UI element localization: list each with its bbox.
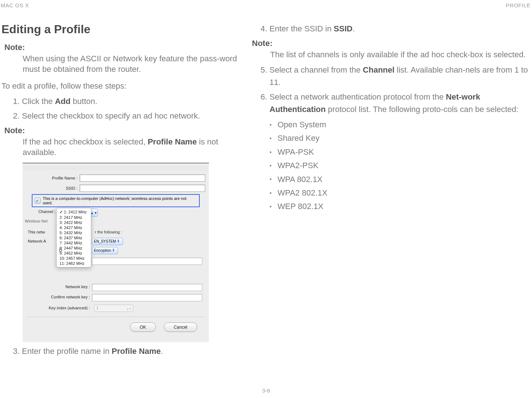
channel-option[interactable]: 4: 2427 MHz [57, 225, 91, 230]
adhoc-checkbox[interactable]: ✓ [35, 198, 41, 204]
step-4-post: . [352, 24, 355, 33]
window-stripes [23, 165, 209, 170]
steps-left-continued: Enter the profile name in Profile Name. [12, 345, 242, 358]
step-4-bold: SSID [334, 24, 352, 33]
wireless-label-partial: Wireless Net [25, 219, 47, 223]
step-2: Select the checkbox to specify an ad hoc… [22, 110, 242, 122]
ssid-input[interactable] [80, 185, 205, 192]
profile-name-label: Profile Name : [23, 176, 80, 180]
ok-button[interactable]: OK [130, 322, 156, 332]
step-4-pre: Enter the SSID in [269, 24, 334, 33]
step-1-bold: Add [55, 97, 70, 106]
cancel-button[interactable]: Cancel [164, 322, 197, 332]
network-key-label: Network key : [23, 285, 90, 289]
step-6: Select a network authentication protocol… [269, 91, 532, 116]
note-body-3: The list of channels is only available i… [270, 50, 532, 60]
protocol-item: WPA 802.1X [269, 173, 532, 186]
confirm-network-key-label: Confirm network key : [23, 295, 90, 299]
steps-left: Click the Add button. Select the checkbo… [12, 95, 242, 122]
note-label-3: Note: [252, 39, 532, 48]
page-title: Editing a Profile [1, 23, 242, 36]
step-3-pre: Enter the profile name in [22, 347, 112, 356]
note2-bold: Profile Name [148, 137, 197, 146]
channel-option[interactable]: 10: 2457 MHz [57, 256, 91, 261]
steps-right-1: Enter the SSID in SSID. [259, 23, 532, 35]
ssid-label: SSID : [23, 186, 80, 190]
protocol-item: WEP 802.1X [269, 200, 532, 213]
key-index-label: Key index (advanced) : [23, 306, 90, 310]
step-6-post: protocol list. The following proto-cols … [326, 105, 518, 114]
dialog-separator [26, 317, 205, 317]
step-1-pre: Click the [22, 97, 55, 106]
step-5-pre: Select a channel from the [269, 65, 363, 74]
key-index-select[interactable]: 1 [94, 305, 133, 312]
protocol-item: WPA2 802.1X [269, 186, 532, 200]
extra-field[interactable] [92, 258, 202, 265]
running-header-left: MAC OS X [1, 2, 29, 8]
step-3-bold: Profile Name [112, 347, 161, 356]
step-3: Enter the profile name in Profile Name. [22, 345, 242, 358]
protocol-list: Open System Shared Key WPA-PSK WPA2-PSK … [269, 118, 532, 213]
network-auth-label-partial: Network A [28, 239, 46, 243]
profile-dialog: Profile Name : SSID : ✓ This is a comput… [23, 163, 209, 342]
channel-option[interactable]: 6: 2437 MHz [57, 235, 91, 240]
network-auth-select[interactable]: EN_SYSTEM [92, 238, 123, 245]
protocol-item: WPA2-PSK [269, 159, 532, 172]
protocol-item: Open System [269, 118, 532, 131]
step-3-post: . [161, 347, 163, 356]
security-label-right: r the following : [95, 230, 122, 234]
step-1-post: button. [70, 97, 97, 106]
channel-option[interactable]: 2: 2417 MHz [57, 215, 91, 220]
protocol-item: Shared Key [269, 131, 532, 145]
steps-right-2: Select a channel from the Channel list. … [259, 64, 532, 116]
adhoc-text: This is a computer-to-computer (AdHoc) n… [43, 196, 197, 205]
protocol-item: WPA-PSK [269, 145, 532, 159]
confirm-network-key-input[interactable] [92, 294, 202, 301]
adhoc-checkbox-row[interactable]: ✓ This is a computer-to-computer (AdHoc)… [32, 194, 200, 207]
step-6-pre: Select a network authentication protocol… [269, 92, 446, 101]
intro-text: To edit a profile, follow these steps: [1, 81, 242, 92]
data-encryption-select[interactable]: Encryption [92, 247, 118, 254]
step-5: Select a channel from the Channel list. … [269, 64, 532, 89]
step-5-bold: Channel [363, 65, 395, 74]
running-header-right: PROFILE [506, 2, 531, 8]
step-1: Click the Add button. [22, 95, 242, 108]
channel-option[interactable]: 7: 2442 MHz [57, 240, 91, 246]
data-encryption-label-partial: D [59, 248, 62, 252]
network-key-input[interactable] [92, 284, 202, 291]
channel-option[interactable]: 1: 2412 MHz [57, 209, 91, 215]
step-4: Enter the SSID in SSID. [269, 23, 532, 35]
note-body-2: If the ad hoc checkbox is selected, Prof… [23, 137, 242, 158]
channel-dropdown[interactable]: 1: 2412 MHz 2: 2417 MHz 3: 2422 MHz 4: 2… [56, 208, 91, 267]
page-number: 3-8 [0, 387, 532, 394]
security-label-left: This netw [28, 230, 45, 234]
note2-pre: If the ad hoc checkbox is selected, [23, 137, 148, 146]
profile-name-input[interactable] [80, 174, 205, 182]
note-body-1: When using the ASCII or Network key feat… [23, 54, 242, 74]
channel-label: Channel : [23, 209, 56, 214]
channel-option[interactable]: 5: 2432 MHz [57, 230, 91, 235]
channel-option[interactable]: 11: 2462 MHz [57, 261, 91, 266]
note-label-1: Note: [4, 43, 242, 52]
channel-option[interactable]: 3: 2422 MHz [57, 220, 91, 225]
note-label-2: Note: [4, 126, 242, 135]
